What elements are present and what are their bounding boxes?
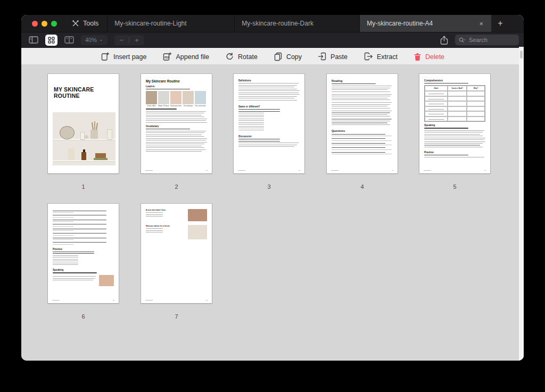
- delete-button[interactable]: Delete: [414, 53, 444, 61]
- rotate-icon: [225, 52, 234, 61]
- paragraph: [332, 119, 393, 125]
- stepper-divider: [129, 37, 129, 43]
- quote-lines: [238, 139, 300, 141]
- paste-icon: [318, 52, 327, 61]
- delete-label: Delete: [425, 53, 444, 61]
- image-caption: Sleep 7-8 hours: [158, 105, 169, 107]
- question-lines: [146, 228, 186, 232]
- zoom-stepper: − +: [114, 35, 144, 45]
- copy-label: Copy: [286, 53, 302, 61]
- mini-heading: Vocabulary: [146, 125, 207, 128]
- tab-my-skincare-routine-dark[interactable]: My-skincare-routine-Dark: [234, 15, 359, 32]
- paste-button[interactable]: Paste: [318, 52, 348, 61]
- page-number: 3: [234, 184, 304, 190]
- share-button[interactable]: [440, 36, 448, 45]
- page-thumbnail-7[interactable]: A new skin habit I have Skincare advice …: [141, 204, 212, 303]
- zoom-out-button[interactable]: −: [120, 37, 124, 44]
- insert-page-label: Insert page: [113, 53, 147, 61]
- lead-in-image: [195, 91, 206, 104]
- mini-heading: Skincare advice for a friend: [146, 225, 186, 227]
- close-tab-icon[interactable]: ×: [478, 20, 485, 27]
- mini-heading: A new skin habit I have: [146, 209, 186, 211]
- speaking-photo: [99, 275, 114, 286]
- page-thumbnail-6[interactable]: Practice Speaking: [48, 204, 119, 303]
- question-item: [332, 152, 393, 155]
- brush-shape: [94, 121, 95, 130]
- extract-label: Extract: [377, 53, 398, 61]
- mini-heading: Definitions: [238, 79, 300, 82]
- question-item: [332, 147, 393, 150]
- page-number: 1: [48, 184, 119, 190]
- habit-photo: [188, 209, 207, 221]
- exercise-lines: [53, 255, 114, 265]
- image-caption: Touch your face: [170, 105, 181, 107]
- mini-heading: Speaking: [53, 269, 114, 271]
- new-tab-button[interactable]: +: [491, 15, 509, 32]
- tab-label: My-skincare-routine-Dark: [242, 20, 313, 27]
- mirror-shape: [60, 126, 75, 139]
- mini-heading: Questions: [332, 129, 393, 132]
- zoom-in-button[interactable]: +: [135, 37, 139, 44]
- extract-icon: [364, 52, 373, 61]
- question-item: [332, 143, 393, 146]
- close-button[interactable]: [32, 21, 38, 27]
- page-thumbnail-1[interactable]: MY SKINCARE ROUTINE: [48, 74, 119, 173]
- paragraph: [332, 102, 393, 109]
- page-thumbnail-5[interactable]: Comprehension Habit Good or Bad? Why? Sp…: [419, 74, 490, 173]
- zoom-dropdown[interactable]: 40% ⌄: [81, 35, 108, 45]
- pump-bottle-shape: [68, 148, 75, 160]
- lead-in-image: [183, 91, 194, 104]
- instruction-lines: [53, 252, 114, 254]
- zoom-button[interactable]: [51, 21, 57, 27]
- gap-fill-item: [53, 224, 114, 227]
- definition-lines: [238, 83, 300, 100]
- cover-photo: [53, 112, 115, 165]
- gap-fill-item: [53, 211, 114, 213]
- page-number: 6: [48, 313, 119, 320]
- sidebar-toggle-button[interactable]: [29, 36, 38, 44]
- grid-view-button[interactable]: [45, 35, 57, 46]
- scrollbar-thumb[interactable]: [520, 51, 523, 59]
- question-lines: [146, 111, 207, 123]
- page-thumbnail-4[interactable]: Reading Questions: [327, 74, 398, 173]
- page-thumbnail-2[interactable]: My Skincare Routine Lead-in Drink coffee…: [141, 74, 212, 173]
- image-caption: Use sunscreen: [195, 105, 206, 107]
- chevron-down-icon: ⌄: [99, 37, 103, 42]
- page-thumbnail-3[interactable]: Definitions Same or different? Discussio…: [234, 74, 304, 173]
- extract-button[interactable]: Extract: [364, 52, 398, 61]
- insert-page-button[interactable]: Insert page: [101, 52, 147, 61]
- gap-fill-item: [53, 220, 114, 222]
- mini-heading: Comprehension: [424, 79, 485, 82]
- search-input[interactable]: [468, 36, 507, 44]
- advice-photo: [188, 225, 207, 239]
- tab-my-skincare-routine-a4[interactable]: My-skincare-routine-A4 ×: [359, 15, 491, 32]
- image-caption: Use makeup: [183, 105, 194, 107]
- title-bar: Tools My-skincare-routine-Light My-skinc…: [21, 15, 524, 32]
- copy-button[interactable]: Copy: [274, 52, 302, 61]
- paste-label: Paste: [331, 53, 348, 61]
- dropper-bottle-shape: [81, 152, 86, 160]
- gap-fill-item: [53, 229, 114, 231]
- cover-title: MY SKINCARE ROUTINE: [54, 87, 112, 99]
- table-header: Good or Bad?: [448, 86, 467, 91]
- search-field[interactable]: [455, 35, 519, 45]
- question-item: [332, 134, 393, 137]
- append-file-button[interactable]: PDF Append file: [162, 52, 209, 61]
- append-file-icon: PDF: [162, 52, 172, 61]
- mini-heading: Practice: [424, 151, 485, 154]
- question-item: [332, 138, 393, 141]
- tools-menu[interactable]: Tools: [69, 15, 102, 32]
- page-view-button[interactable]: [64, 36, 74, 44]
- rotate-button[interactable]: Rotate: [225, 52, 258, 61]
- speaking-lines: [424, 130, 485, 147]
- paragraph: [332, 94, 393, 101]
- minimize-button[interactable]: [42, 21, 47, 27]
- soap-tray-shape: [94, 158, 108, 160]
- lead-in-image: [170, 91, 181, 104]
- table-header: Why?: [467, 86, 485, 91]
- tab-my-skincare-routine-light[interactable]: My-skincare-routine-Light: [107, 15, 234, 32]
- tab-bar: My-skincare-routine-Light My-skincare-ro…: [107, 15, 524, 32]
- tab-label: My-skincare-routine-A4: [367, 20, 433, 27]
- lead-in-image: [158, 91, 169, 104]
- scrollbar-track[interactable]: [519, 47, 524, 361]
